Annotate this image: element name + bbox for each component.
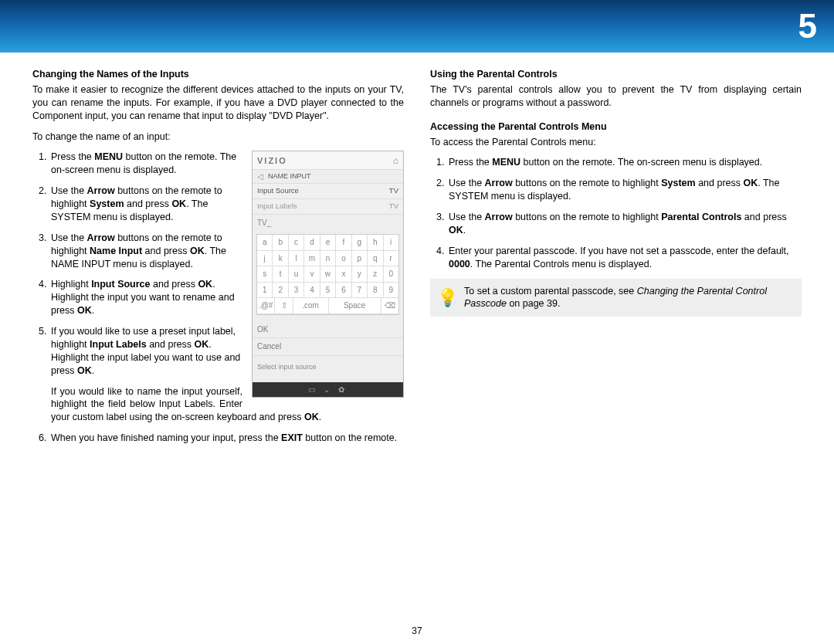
- page-number: 37: [0, 625, 834, 636]
- osd-key: x: [336, 266, 351, 283]
- osd-key: o: [336, 251, 351, 267]
- osd-keyboard: abcdefghijklmnopqrstuvwxyz0123456789.@#⇧…: [256, 234, 399, 315]
- osd-key: j: [257, 251, 273, 267]
- osd-actions: OKCancel: [253, 321, 403, 356]
- osd-name-input-figure: VIZIO ⌂ ◁ NAME INPUT Input SourceTVInput…: [252, 151, 404, 398]
- osd-hint: Select input source: [253, 356, 403, 382]
- step-item: Use the Arrow buttons on the remote to h…: [447, 177, 802, 203]
- step-item: Enter your parental passcode. If you hav…: [447, 245, 802, 271]
- step-item: Use the Arrow buttons on the remote to h…: [447, 211, 802, 237]
- osd-key: a: [257, 235, 273, 251]
- lead-line: To change the name of an input:: [32, 130, 404, 144]
- osd-header: VIZIO ⌂: [253, 151, 403, 168]
- osd-key: .com: [293, 298, 329, 314]
- lightbulb-icon: 💡: [438, 285, 456, 311]
- section-title-parental: Using the Parental Controls: [430, 68, 802, 81]
- osd-key: 4: [304, 283, 320, 299]
- step-item: Press the MENU button on the remote. The…: [447, 156, 802, 169]
- osd-key: ⌫: [381, 298, 398, 314]
- tip-box: 💡 To set a custom parental passcode, see…: [430, 279, 802, 317]
- osd-brand: VIZIO: [257, 155, 287, 167]
- osd-key: 6: [336, 283, 351, 299]
- intro-paragraph: To make it easier to recognize the diffe…: [32, 83, 404, 123]
- section-title-inputs: Changing the Names of the Inputs: [32, 68, 404, 81]
- left-column: Changing the Names of the Inputs To make…: [32, 68, 404, 452]
- steps-with-figure: VIZIO ⌂ ◁ NAME INPUT Input SourceTVInput…: [32, 151, 404, 452]
- home-icon: ⌂: [393, 154, 398, 167]
- right-column: Using the Parental Controls The TV's par…: [430, 68, 802, 452]
- osd-key: b: [273, 235, 288, 251]
- osd-action: OK: [253, 321, 403, 339]
- osd-key: 1: [257, 283, 273, 299]
- osd-key: c: [289, 235, 304, 251]
- right-steps-list: Press the MENU button on the remote. The…: [430, 156, 802, 270]
- osd-key: f: [336, 235, 351, 251]
- osd-key: u: [289, 266, 304, 283]
- osd-key: r: [384, 251, 398, 267]
- parental-lead: To access the Parental Controls menu:: [430, 136, 802, 149]
- osd-key: m: [304, 251, 320, 267]
- osd-key: v: [304, 266, 320, 283]
- osd-key: 5: [320, 283, 336, 299]
- osd-key: i: [384, 235, 398, 251]
- osd-key: 0: [384, 266, 398, 283]
- tip-text: To set a custom parental passcode, see C…: [464, 285, 794, 311]
- osd-subtitle-row: ◁ NAME INPUT: [253, 169, 403, 185]
- osd-key: 3: [289, 283, 304, 299]
- osd-key: n: [320, 251, 336, 267]
- osd-key: g: [352, 235, 368, 251]
- osd-footer-icons: ▭ ⌄ ✿: [253, 382, 403, 398]
- page-body: Changing the Names of the Inputs To make…: [0, 53, 834, 452]
- back-icon: ◁: [257, 171, 263, 182]
- osd-key: 9: [384, 283, 398, 299]
- osd-key: l: [289, 251, 304, 267]
- osd-key: p: [352, 251, 368, 267]
- osd-key: t: [273, 266, 288, 283]
- osd-key: y: [352, 266, 368, 283]
- osd-key: .@#: [257, 298, 275, 314]
- osd-key: h: [368, 235, 383, 251]
- osd-key: Space: [329, 298, 381, 314]
- chapter-number: 5: [798, 7, 817, 46]
- section-title-accessing: Accessing the Parental Controls Menu: [430, 120, 802, 134]
- osd-row: Input LabelsTV: [253, 199, 403, 215]
- osd-key: k: [273, 251, 288, 267]
- osd-key: z: [368, 266, 383, 283]
- step-item: When you have finished naming your input…: [49, 432, 404, 445]
- osd-key: w: [320, 266, 336, 283]
- osd-text-field: TV_: [253, 215, 403, 235]
- osd-subtitle: NAME INPUT: [268, 171, 311, 181]
- parental-intro: The TV's parental controls allow you to …: [430, 83, 802, 110]
- osd-key: 2: [273, 283, 288, 299]
- osd-key: 7: [352, 283, 368, 299]
- osd-action: Cancel: [253, 338, 403, 356]
- osd-key: q: [368, 251, 383, 267]
- osd-key: ⇧: [275, 298, 293, 314]
- osd-key: e: [320, 235, 336, 251]
- osd-row: Input SourceTV: [253, 184, 403, 199]
- osd-key: 8: [368, 283, 383, 299]
- chapter-banner: 5: [0, 0, 834, 53]
- osd-key: d: [304, 235, 320, 251]
- osd-key: s: [257, 266, 273, 283]
